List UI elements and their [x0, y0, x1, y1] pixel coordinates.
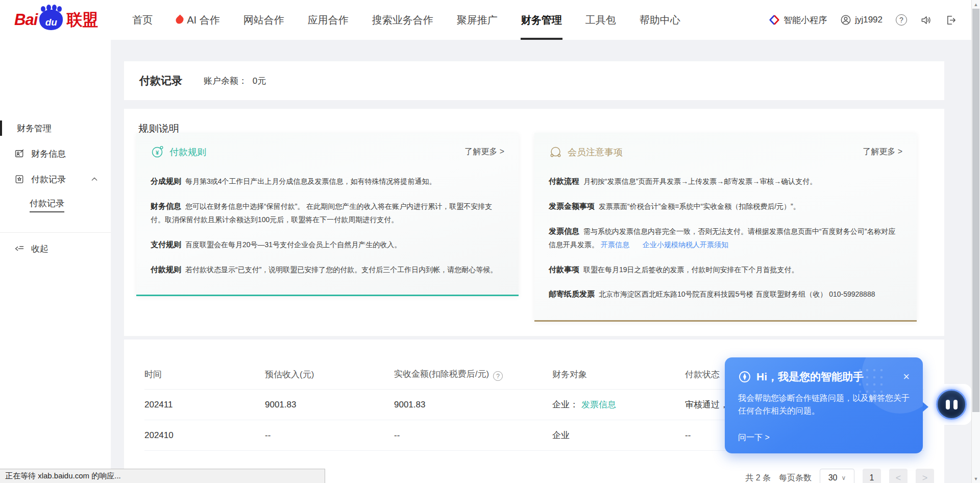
nav-screen-promotion[interactable]: 聚屏推广 [445, 0, 509, 40]
question-mark-icon[interactable]: ? [493, 371, 503, 381]
rule-label: 分成规则 [151, 177, 181, 185]
logout-icon[interactable] [945, 14, 957, 26]
browser-status-bar: 正在等待 xlab.baidu.com 的响应... [0, 469, 325, 483]
per-page-select[interactable]: 30 ∨ [820, 469, 854, 483]
sidebar-item-payment-records[interactable]: 付款记录 [0, 170, 111, 189]
topbar-right-area: 智能小程序 jyj1992 ? [769, 14, 957, 26]
nav-app-cooperation[interactable]: 应用合作 [296, 0, 360, 40]
nav-website-cooperation[interactable]: 网站合作 [232, 0, 296, 40]
prev-page-button[interactable]: < [889, 469, 908, 483]
logo-text-bai: Bai [14, 11, 37, 29]
robot-face-icon [936, 389, 967, 420]
rule-text: 北京市海淀区西北旺东路10号院百度科技园5号楼 百度联盟财务组（收） 010-5… [599, 290, 875, 298]
ask-button[interactable]: 问一下 > [738, 432, 770, 443]
close-icon[interactable]: × [903, 371, 910, 382]
rules-card: 规则说明 ¥ 付款规则 了解更多 > 分成规则每月第3或4个工作日产出上月分成信… [124, 109, 944, 336]
nav-search-business[interactable]: 搜索业务合作 [360, 0, 445, 40]
rule-item-payment-rule: 付款规则若付款状态显示“已支付”，说明联盟已安排了您的付款。支付后三个工作日内到… [151, 262, 504, 277]
sidebar-subitem-payment-records[interactable]: 付款记录 [0, 195, 111, 214]
nav-toolkit[interactable]: 工具包 [574, 0, 628, 40]
sound-icon[interactable] [920, 14, 932, 26]
miniprogram-label: 智能小程序 [783, 14, 827, 26]
small-taxpayer-guide-link[interactable]: 企业小规模纳税人开票须知 [643, 240, 728, 249]
nav-help-center[interactable]: 帮助中心 [628, 0, 692, 40]
nav-ai-cooperation[interactable]: AI 合作 [164, 0, 231, 40]
scrollbar-thumb[interactable] [972, 9, 979, 412]
finance-info-icon [14, 149, 24, 159]
payment-rules-more-link[interactable]: 了解更多 > [464, 147, 504, 157]
page-title: 付款记录 [139, 74, 182, 88]
page-button-1[interactable]: 1 [863, 469, 881, 483]
payment-rules-icon: ¥ [151, 145, 164, 159]
sidebar-subitem-label: 付款记录 [30, 198, 64, 212]
cell-actual: 9001.83 [394, 400, 552, 410]
rule-label: 财务信息 [151, 202, 181, 210]
top-navigation-bar: Bai du 联盟 首页 AI 合作 网站合作 应用合作 搜索业务合作 聚屏推广… [0, 0, 971, 40]
rule-item-share: 分成规则每月第3或4个工作日产出上月分成信息及发票信息，如有特殊情况将提前通知。 [151, 174, 504, 188]
cell-target: 企业 [552, 429, 685, 441]
member-notes-more-link[interactable]: 了解更多 > [863, 147, 902, 157]
assistant-title: Hi，我是您的智能助手 [756, 370, 864, 384]
member-notes-title: 会员注意事项 [568, 146, 623, 158]
vertical-scrollbar[interactable]: ▲ ▼ [971, 0, 980, 483]
nav-finance-management[interactable]: 财务管理 [509, 0, 574, 40]
scroll-down-arrow[interactable]: ▼ [972, 474, 980, 483]
baidu-paw-icon: du [39, 10, 63, 30]
status-text: 正在等待 xlab.baidu.com 的响应... [5, 471, 121, 481]
invoice-info-table-link[interactable]: 发票信息 [581, 400, 616, 409]
invoice-info-link[interactable]: 开票信息 [601, 240, 629, 249]
balance-label: 账户余额： [204, 76, 247, 86]
account-balance: 账户余额： 0元 [204, 75, 266, 87]
rule-text: 若付款状态显示“已支付”，说明联盟已安排了您的付款。支付后三个工作日内到帐，请您… [185, 265, 497, 274]
user-account[interactable]: jyj1992 [840, 14, 883, 26]
col-actual-amount-label: 实收金额(扣除税费后/元) [394, 369, 489, 379]
baidu-union-logo[interactable]: Bai du 联盟 [14, 9, 98, 31]
miniprogram-diamond-icon [769, 14, 780, 26]
cell-target-text: 企业 [552, 430, 570, 440]
chevron-up-icon[interactable] [90, 175, 99, 183]
cell-time: 202411 [144, 400, 265, 410]
rule-label: 发票金额事项 [549, 202, 595, 210]
cell-target-text: 企业： [552, 400, 578, 409]
collapse-label: 收起 [31, 243, 48, 255]
rule-text: 您可以在财务信息中选择“保留付款”。 在此期间您产生的收入将在账户内进行累计，联… [151, 202, 492, 224]
rule-label: 发票信息 [549, 227, 579, 235]
total-count: 共 2 条 [745, 473, 771, 483]
cell-estimated: 9001.83 [265, 400, 394, 410]
sidebar-section-finance-management[interactable]: 财务管理 [0, 118, 111, 138]
member-notes-panel: 会员注意事项 了解更多 > 付款流程月初按“发票信息”页面开具发票→上传发票→邮… [534, 133, 917, 322]
sidebar-item-label: 财务信息 [31, 148, 66, 160]
sidebar-item-finance-info[interactable]: 财务信息 [0, 144, 111, 163]
col-actual-amount: 实收金额(扣除税费后/元)? [394, 368, 552, 381]
cell-estimated: -- [265, 430, 394, 441]
nav-home[interactable]: 首页 [120, 0, 164, 40]
user-icon [840, 14, 851, 26]
logo-text-du: du [45, 17, 57, 27]
per-page-label: 每页条数 [779, 473, 812, 483]
rule-label: 邮寄纸质发票 [549, 289, 595, 298]
sidebar-collapse-button[interactable]: 收起 [0, 239, 111, 258]
scroll-up-arrow[interactable]: ▲ [972, 0, 980, 9]
rule-item-finance-info: 财务信息您可以在财务信息中选择“保留付款”。 在此期间您产生的收入将在账户内进行… [151, 199, 504, 227]
rule-text: 每月第3或4个工作日产出上月分成信息及发票信息，如有特殊情况将提前通知。 [185, 177, 436, 185]
note-item-payment-flow: 付款流程月初按“发票信息”页面开具发票→上传发票→邮寄发票→审核→确认支付。 [549, 174, 902, 188]
rule-label: 付款规则 [151, 265, 181, 274]
per-page-value: 30 [828, 473, 838, 482]
page-header-card: 付款记录 账户余额： 0元 [124, 61, 944, 100]
flame-icon [175, 14, 185, 25]
cell-target: 企业：发票信息 [552, 399, 685, 410]
rule-text: 月初按“发票信息”页面开具发票→上传发票→邮寄发票→审核→确认支付。 [583, 177, 817, 185]
svg-text:¥: ¥ [156, 150, 159, 156]
sidebar-item-label: 付款记录 [31, 174, 66, 185]
help-icon[interactable]: ? [896, 14, 907, 26]
nav-ai-label: AI 合作 [187, 13, 219, 27]
next-page-button[interactable]: > [916, 469, 934, 483]
rule-text: 发票票面“价税合计”金额=系统中“实收金额（扣除税费后/元）”。 [599, 202, 800, 210]
balance-value: 0元 [253, 76, 266, 86]
payment-rules-panel: ¥ 付款规则 了解更多 > 分成规则每月第3或4个工作日产出上月分成信息及发票信… [136, 133, 519, 296]
pagination-bar: 共 2 条 每页条数 30 ∨ 1 < > [745, 469, 934, 483]
miniprogram-entry[interactable]: 智能小程序 [769, 14, 827, 26]
sidebar: 财务管理 财务信息 付款记录 [0, 40, 111, 483]
cell-time: 202410 [144, 430, 265, 441]
assistant-robot-avatar[interactable] [931, 384, 972, 425]
